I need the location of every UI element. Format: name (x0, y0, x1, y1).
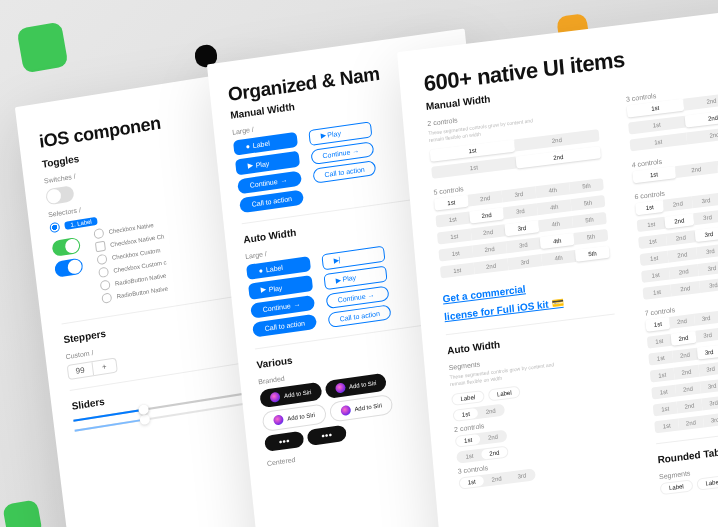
rounded-tab-2[interactable]: Label (696, 475, 718, 491)
pill-dark-2[interactable]: ●●● (307, 425, 347, 446)
radio-on-icon (49, 222, 60, 233)
siri-icon (273, 414, 284, 425)
pill-dark-1[interactable]: ●●● (264, 431, 304, 452)
switch-off[interactable] (45, 185, 75, 205)
radio-off-icon (93, 228, 104, 239)
stepper-control[interactable]: 99+ (67, 357, 118, 380)
seg-auto-2c-a[interactable]: 1st2nd (455, 430, 508, 448)
seg-auto-1[interactable]: Label (451, 390, 485, 406)
siri-icon (270, 392, 281, 403)
switch-on-blue[interactable] (54, 258, 84, 278)
radio-icon (101, 292, 112, 303)
radio-icon (98, 267, 109, 278)
commercial-license-link[interactable]: Get a commerciallicense for Full iOS kit… (442, 283, 564, 322)
radio-icon (96, 254, 107, 265)
decor-square-green-bottom (2, 499, 43, 527)
checkbox-icon (95, 241, 106, 252)
seg-auto-2[interactable]: Label (487, 386, 521, 402)
stepper-plus-icon: + (92, 359, 117, 376)
decor-square-green (16, 21, 68, 73)
seg-auto-2ctrl[interactable]: 1st2nd (452, 404, 505, 422)
rounded-tab-1[interactable]: Label (660, 479, 694, 495)
siri-icon (340, 405, 351, 416)
siri-icon (335, 382, 346, 393)
panel-native-ui-items: 600+ native UI items Manual Width M ó s … (397, 0, 718, 527)
button-cta-outline[interactable]: Call to action (313, 160, 376, 184)
radio-icon (100, 279, 111, 290)
button-cta-filled[interactable]: Call to action (239, 189, 304, 213)
switch-on-green[interactable] (51, 237, 81, 257)
button-cta-outline-auto[interactable]: Call to action (328, 304, 391, 328)
seg-auto-2c-b[interactable]: 1st2nd (456, 445, 509, 463)
button-cta-auto[interactable]: Call to action (252, 314, 317, 338)
